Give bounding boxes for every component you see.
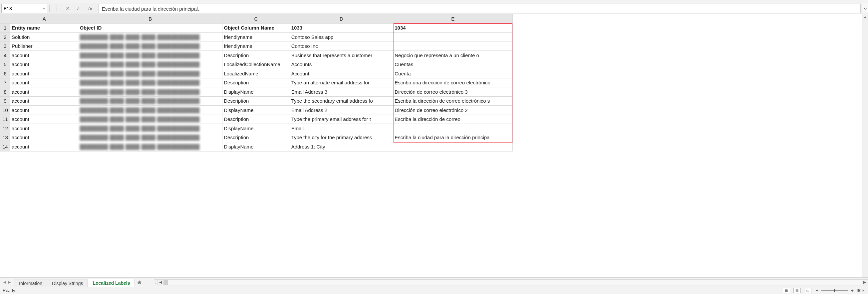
cell-B10[interactable]: ████████-████-████-████-████████████ bbox=[78, 106, 222, 115]
cell-C3[interactable]: friendlyname bbox=[222, 41, 290, 51]
cell-B1[interactable]: Object ID bbox=[78, 23, 222, 33]
hscroll-track[interactable] bbox=[163, 280, 862, 285]
cell-B7[interactable]: ████████-████-████-████-████████████ bbox=[78, 78, 222, 87]
cell-D3[interactable]: Contoso Inc bbox=[290, 41, 393, 51]
sheet-tab[interactable]: Information bbox=[14, 279, 47, 287]
cell-D14[interactable]: Address 1: City bbox=[290, 142, 393, 151]
cell-A11[interactable]: account bbox=[10, 115, 78, 124]
cell-C1[interactable]: Object Column Name bbox=[222, 23, 290, 33]
row-header[interactable]: 3 bbox=[0, 41, 10, 51]
row-header[interactable]: 9 bbox=[0, 96, 10, 106]
cell-C5[interactable]: LocalizedCollectionName bbox=[222, 60, 290, 69]
cell-A8[interactable]: account bbox=[10, 87, 78, 97]
scroll-up-icon[interactable]: ▲ bbox=[862, 14, 868, 20]
zoom-in-icon[interactable]: + bbox=[850, 288, 855, 293]
cell-C12[interactable]: DisplayName bbox=[222, 124, 290, 133]
col-header-B[interactable]: B bbox=[78, 14, 222, 24]
cell-E2[interactable] bbox=[393, 33, 513, 42]
formula-input[interactable]: Escriba la ciudad para la dirección prin… bbox=[98, 4, 861, 13]
col-header-E[interactable]: E bbox=[393, 14, 513, 24]
cell-E5[interactable]: Cuentas bbox=[393, 60, 513, 69]
cell-E13[interactable]: Escriba la ciudad para la dirección prin… bbox=[393, 133, 513, 142]
cell-C9[interactable]: Description bbox=[222, 96, 290, 106]
cell-D2[interactable]: Contoso Sales app bbox=[290, 33, 393, 42]
vertical-scrollbar[interactable]: ▲ bbox=[862, 14, 868, 278]
new-sheet-button[interactable]: ⊕ bbox=[134, 278, 144, 287]
name-box[interactable]: E13 bbox=[1, 4, 47, 13]
cell-A10[interactable]: account bbox=[10, 106, 78, 115]
cell-A1[interactable]: Entity name bbox=[10, 23, 78, 33]
cell-B4[interactable]: ████████-████-████-████-████████████ bbox=[78, 51, 222, 60]
zoom-out-icon[interactable]: − bbox=[815, 288, 819, 293]
cell-B3[interactable]: ████████-████-████-████-████████████ bbox=[78, 41, 222, 51]
cell-B11[interactable]: ████████-████-████-████-████████████ bbox=[78, 115, 222, 124]
hscroll-right-icon[interactable]: ▶ bbox=[862, 280, 868, 284]
zoom-slider-knob[interactable] bbox=[834, 289, 835, 292]
row-header[interactable]: 11 bbox=[0, 115, 10, 124]
cell-C6[interactable]: LocalizedName bbox=[222, 69, 290, 78]
dots-icon[interactable]: ⋮ bbox=[54, 5, 60, 12]
cell-A5[interactable]: account bbox=[10, 60, 78, 69]
cell-B9[interactable]: ████████-████-████-████-████████████ bbox=[78, 96, 222, 106]
grid[interactable]: A B C D E 1Entity nameObject IDObject Co… bbox=[0, 14, 513, 151]
cell-D12[interactable]: Email bbox=[290, 124, 393, 133]
cell-E1[interactable]: 1034 bbox=[393, 23, 513, 33]
cell-A7[interactable]: account bbox=[10, 78, 78, 87]
row-header[interactable]: 12 bbox=[0, 124, 10, 133]
cell-E7[interactable]: Escriba una dirección de correo electrón… bbox=[393, 78, 513, 87]
name-box-dropdown-icon[interactable] bbox=[42, 6, 45, 11]
cell-E3[interactable] bbox=[393, 41, 513, 51]
cell-D9[interactable]: Type the secondary email address fo bbox=[290, 96, 393, 106]
row-header[interactable]: 10 bbox=[0, 106, 10, 115]
row-header[interactable]: 6 bbox=[0, 69, 10, 78]
view-page-break-icon[interactable]: ▭ bbox=[804, 288, 811, 293]
cell-D1[interactable]: 1033 bbox=[290, 23, 393, 33]
hscroll-left-icon[interactable]: ◀ bbox=[157, 280, 163, 284]
row-header[interactable]: 5 bbox=[0, 60, 10, 69]
cell-D6[interactable]: Account bbox=[290, 69, 393, 78]
cell-D10[interactable]: Email Address 2 bbox=[290, 106, 393, 115]
view-normal-icon[interactable]: ▦ bbox=[783, 288, 790, 293]
cell-C7[interactable]: Description bbox=[222, 78, 290, 87]
cell-A9[interactable]: account bbox=[10, 96, 78, 106]
cell-E9[interactable]: Escriba la dirección de correo electróni… bbox=[393, 96, 513, 106]
sheet-tab[interactable]: Display Strings bbox=[47, 279, 88, 287]
cell-C14[interactable]: DisplayName bbox=[222, 142, 290, 151]
cell-E12[interactable] bbox=[393, 124, 513, 133]
zoom-slider[interactable] bbox=[822, 290, 848, 291]
cell-A6[interactable]: account bbox=[10, 69, 78, 78]
sheet-tab[interactable]: Localized Labels bbox=[88, 279, 135, 287]
cell-A12[interactable]: account bbox=[10, 124, 78, 133]
cell-E8[interactable]: Dirección de correo electrónico 3 bbox=[393, 87, 513, 97]
row-header[interactable]: 13 bbox=[0, 133, 10, 142]
cell-C4[interactable]: Description bbox=[222, 51, 290, 60]
cell-E4[interactable]: Negocio que representa a un cliente o bbox=[393, 51, 513, 60]
cell-D11[interactable]: Type the primary email address for t bbox=[290, 115, 393, 124]
col-header-A[interactable]: A bbox=[10, 14, 78, 24]
cell-A3[interactable]: Publisher bbox=[10, 41, 78, 51]
row-header[interactable]: 14 bbox=[0, 142, 10, 151]
tab-prev-icon[interactable]: ◀ bbox=[3, 280, 6, 284]
cell-C8[interactable]: DisplayName bbox=[222, 87, 290, 97]
cell-B14[interactable]: ████████-████-████-████-████████████ bbox=[78, 142, 222, 151]
cell-A2[interactable]: Solution bbox=[10, 33, 78, 42]
cell-C13[interactable]: Description bbox=[222, 133, 290, 142]
cell-E14[interactable] bbox=[393, 142, 513, 151]
cancel-icon[interactable]: ✕ bbox=[66, 5, 70, 12]
hscroll-thumb[interactable] bbox=[163, 280, 168, 285]
hscroll-grip-icon[interactable]: ⋮ bbox=[154, 280, 157, 285]
cell-B2[interactable]: ████████-████-████-████-████████████ bbox=[78, 33, 222, 42]
enter-icon[interactable]: ✓ bbox=[76, 5, 80, 12]
horizontal-scrollbar[interactable]: ⋮ ◀ ▶ bbox=[154, 280, 868, 285]
cell-C11[interactable]: Description bbox=[222, 115, 290, 124]
cell-B8[interactable]: ████████-████-████-████-████████████ bbox=[78, 87, 222, 97]
cell-E11[interactable]: Escriba la dirección de correo bbox=[393, 115, 513, 124]
tab-next-icon[interactable]: ▶ bbox=[8, 280, 11, 284]
cell-D4[interactable]: Business that represents a customer bbox=[290, 51, 393, 60]
cell-B12[interactable]: ████████-████-████-████-████████████ bbox=[78, 124, 222, 133]
cell-A14[interactable]: account bbox=[10, 142, 78, 151]
row-header[interactable]: 2 bbox=[0, 33, 10, 42]
fx-label[interactable]: fx bbox=[88, 6, 92, 11]
cell-D8[interactable]: Email Address 3 bbox=[290, 87, 393, 97]
cell-D13[interactable]: Type the city for the primary address bbox=[290, 133, 393, 142]
